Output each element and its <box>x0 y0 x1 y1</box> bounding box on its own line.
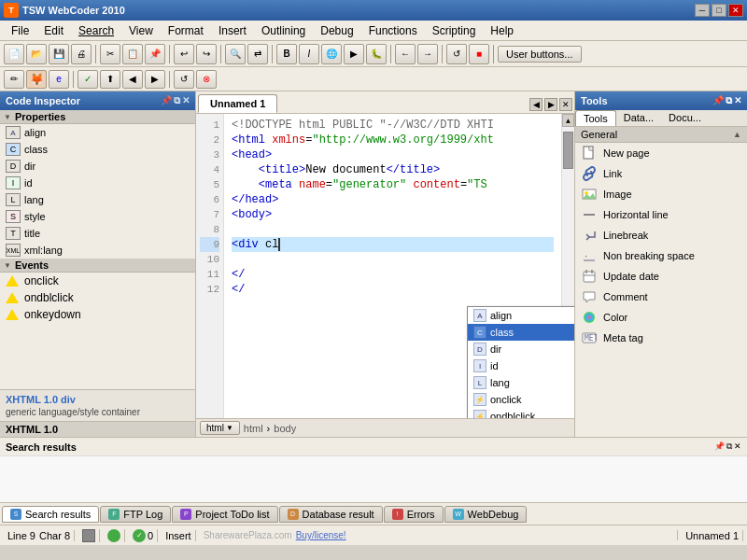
tb-save[interactable]: 💾 <box>49 44 69 64</box>
menu-scripting[interactable]: Scripting <box>425 22 484 39</box>
bottom-tab-webdebug[interactable]: W WebDebug <box>444 506 528 523</box>
tool-meta[interactable]: META Meta tag <box>575 328 747 348</box>
event-onclick[interactable]: onclick <box>0 273 195 289</box>
tb-refresh[interactable]: ↺ <box>446 44 467 64</box>
bottom-tab-ftp[interactable]: F FTP Log <box>100 506 171 523</box>
ac-item-class[interactable]: C class <box>468 324 574 341</box>
tag-btn-html[interactable]: html ▼ <box>200 421 240 435</box>
prop-id[interactable]: I id <box>0 175 195 191</box>
menu-debug[interactable]: Debug <box>313 22 360 39</box>
tool-image[interactable]: Image <box>575 184 747 204</box>
tb-new[interactable]: 📄 <box>4 44 24 64</box>
search-pin-btn[interactable]: 📌 <box>714 441 725 452</box>
tb-copy[interactable]: 📋 <box>122 44 143 64</box>
tools-float-btn[interactable]: ⧉ <box>726 95 732 106</box>
prop-xmllang[interactable]: XML xml:lang <box>0 242 195 259</box>
menu-view[interactable]: View <box>121 22 161 39</box>
bottom-tab-errors[interactable]: ! Errors <box>384 506 444 523</box>
bottom-tab-search[interactable]: S Search results <box>2 506 99 523</box>
tb-back[interactable]: ← <box>395 44 416 64</box>
prop-style[interactable]: S style <box>0 208 195 225</box>
search-close-btn[interactable]: ✕ <box>734 441 741 452</box>
tab-nav-right[interactable]: ▶ <box>544 98 557 111</box>
bottom-tab-todo[interactable]: P Project ToDo list <box>172 506 277 523</box>
menu-insert[interactable]: Insert <box>211 22 254 39</box>
tb2-upload[interactable]: ⬆ <box>100 70 120 89</box>
menu-functions[interactable]: Functions <box>361 22 425 39</box>
menu-edit[interactable]: Edit <box>36 22 71 39</box>
tb-paste[interactable]: 📌 <box>145 44 165 64</box>
tag-body-path[interactable]: body <box>274 423 296 434</box>
tools-pin-btn[interactable]: 📌 <box>712 95 724 106</box>
tb-find[interactable]: 🔍 <box>225 44 246 64</box>
menu-file[interactable]: File <box>4 22 36 39</box>
prop-lang[interactable]: L lang <box>0 191 195 208</box>
tb-cut[interactable]: ✂ <box>100 44 120 64</box>
tb-undo[interactable]: ↩ <box>174 44 194 64</box>
tool-link[interactable]: Link <box>575 163 747 184</box>
prop-title[interactable]: T title <box>0 225 195 242</box>
tb2-stop-red[interactable]: ⊗ <box>196 70 217 89</box>
prop-align[interactable]: A align <box>0 124 195 141</box>
menu-format[interactable]: Format <box>161 22 211 39</box>
tag-html-path[interactable]: html <box>244 423 263 434</box>
prop-class[interactable]: C class <box>0 141 195 158</box>
tb-replace[interactable]: ⇄ <box>247 44 268 64</box>
tb-run[interactable]: ▶ <box>344 44 364 64</box>
ac-item-ondblclick[interactable]: ⚡ ondblclick <box>468 408 574 418</box>
tag-dropdown-icon[interactable]: ▼ <box>226 424 233 432</box>
menu-outlining[interactable]: Outlining <box>254 22 313 39</box>
tools-tab-docu[interactable]: Docu... <box>661 110 709 126</box>
search-float-btn[interactable]: ⧉ <box>726 441 732 452</box>
tool-color[interactable]: Color <box>575 307 747 328</box>
event-ondblclick[interactable]: ondblclick <box>0 289 195 306</box>
events-section-header[interactable]: Events <box>0 259 195 273</box>
panel-pin-btn[interactable]: 📌 <box>161 95 172 106</box>
menu-help[interactable]: Help <box>483 22 521 39</box>
tb-debug[interactable]: 🐛 <box>366 44 387 64</box>
tool-nbsp[interactable]: · Non breaking space <box>575 245 747 266</box>
panel-float-btn[interactable]: ⧉ <box>174 95 180 106</box>
tb2-ie[interactable]: e <box>49 70 69 89</box>
user-buttons[interactable]: User buttons... <box>498 46 582 63</box>
minimize-button[interactable]: ─ <box>695 4 710 17</box>
tb-print[interactable]: 🖨 <box>71 44 92 64</box>
tab-unnamed1[interactable]: Unnamed 1 <box>198 94 277 113</box>
autocomplete-dropdown[interactable]: A align C class D dir I <box>467 306 574 418</box>
ac-item-lang[interactable]: L lang <box>468 374 574 391</box>
tool-update-date[interactable]: Update date <box>575 266 747 287</box>
tools-tab-tools[interactable]: Tools <box>575 110 616 126</box>
tab-nav-left[interactable]: ◀ <box>529 98 543 111</box>
tb2-nav-back[interactable]: ◀ <box>122 70 143 89</box>
maximize-button[interactable]: □ <box>712 4 726 17</box>
close-button[interactable]: ✕ <box>728 4 743 17</box>
event-onkeydown[interactable]: onkeydown <box>0 306 195 323</box>
tools-section-general[interactable]: General ▲ <box>575 127 747 143</box>
tb2-firefox[interactable]: 🦊 <box>26 70 47 89</box>
tb-forward[interactable]: → <box>417 44 438 64</box>
properties-section-header[interactable]: Properties <box>0 110 195 124</box>
tb2-pencil[interactable]: ✏ <box>4 70 24 89</box>
tb-redo[interactable]: ↪ <box>196 44 217 64</box>
tool-hr[interactable]: Horizontal line <box>575 204 747 225</box>
prop-dir[interactable]: D dir <box>0 158 195 175</box>
ac-item-align[interactable]: A align <box>468 307 574 324</box>
tools-tab-data[interactable]: Data... <box>616 110 661 126</box>
bottom-tab-db[interactable]: D Database result <box>279 506 383 523</box>
menu-search[interactable]: Search <box>71 22 121 39</box>
tab-nav-close[interactable]: ✕ <box>559 98 572 111</box>
tb-open[interactable]: 📂 <box>26 44 47 64</box>
tb-italic[interactable]: I <box>299 44 319 64</box>
tool-new-page[interactable]: New page <box>575 143 747 163</box>
ac-item-id[interactable]: I id <box>468 357 574 374</box>
v-scroll-up[interactable]: ▲ <box>562 114 574 127</box>
ac-item-dir[interactable]: D dir <box>468 341 574 357</box>
tool-linebreak[interactable]: Linebreak <box>575 225 747 245</box>
tb-stop[interactable]: ■ <box>469 44 489 64</box>
tool-comment[interactable]: Comment <box>575 287 747 307</box>
ac-item-onclick[interactable]: ⚡ onclick <box>468 391 574 408</box>
status-license-link[interactable]: Buy/license! <box>296 530 346 540</box>
tb2-validate[interactable]: ✓ <box>78 70 98 89</box>
tools-close-btn[interactable]: ✕ <box>734 95 741 106</box>
tb-bold[interactable]: B <box>276 44 297 64</box>
